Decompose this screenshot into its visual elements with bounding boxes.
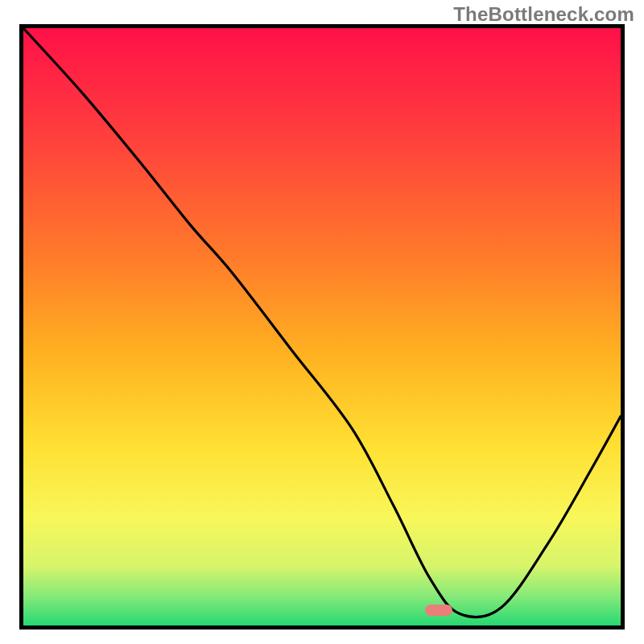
trough-marker [425,605,452,616]
curve-line [23,28,621,625]
watermark-text: TheBottleneck.com [453,3,634,26]
plot-frame [19,24,625,630]
plot-area [23,28,621,625]
